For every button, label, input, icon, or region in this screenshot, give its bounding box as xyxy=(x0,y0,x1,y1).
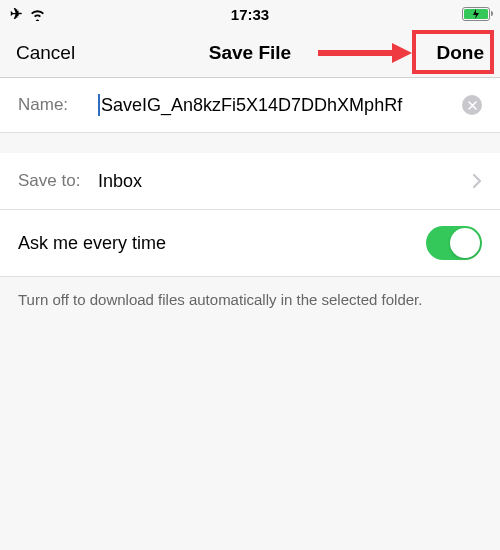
battery-icon xyxy=(462,7,490,21)
wifi-icon xyxy=(29,8,46,21)
page-title: Save File xyxy=(209,42,291,64)
status-right xyxy=(462,7,490,21)
section-gap xyxy=(0,133,500,153)
name-label: Name: xyxy=(18,95,98,115)
toggle-knob xyxy=(450,228,480,258)
name-row[interactable]: Name: SaveIG_An8kzFi5X14D7DDhXMphRf xyxy=(0,78,500,133)
footer-description: Turn off to download files automatically… xyxy=(0,277,500,322)
status-time: 17:33 xyxy=(231,6,269,23)
ask-every-time-label: Ask me every time xyxy=(18,233,166,254)
header: Cancel Save File Done xyxy=(0,28,500,78)
chevron-right-icon xyxy=(472,169,482,193)
name-value: SaveIG_An8kzFi5X14D7DDhXMphRf xyxy=(101,95,402,116)
cancel-button[interactable]: Cancel xyxy=(16,42,75,64)
status-bar: ✈ 17:33 xyxy=(0,0,500,28)
save-to-row[interactable]: Save to: Inbox xyxy=(0,153,500,210)
save-to-label: Save to: xyxy=(18,171,98,191)
name-input[interactable]: SaveIG_An8kzFi5X14D7DDhXMphRf xyxy=(98,94,456,116)
ask-every-time-toggle[interactable] xyxy=(426,226,482,260)
airplane-mode-icon: ✈ xyxy=(10,5,23,23)
save-to-value: Inbox xyxy=(98,171,142,192)
battery-charging-icon xyxy=(464,9,488,19)
clear-text-button[interactable] xyxy=(462,95,482,115)
ask-every-time-row: Ask me every time xyxy=(0,210,500,277)
text-cursor xyxy=(98,94,100,116)
done-button[interactable]: Done xyxy=(437,42,485,64)
status-left: ✈ xyxy=(10,5,46,23)
